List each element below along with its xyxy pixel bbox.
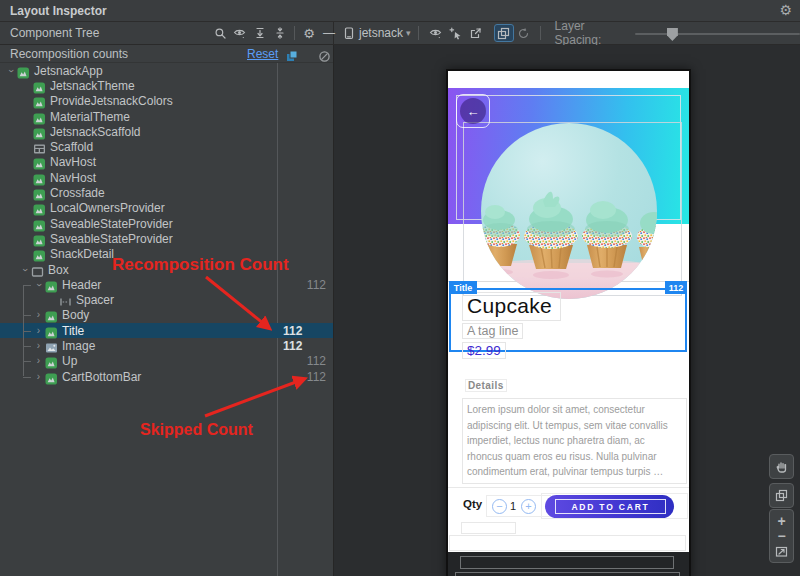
tree-item-cartbottombar[interactable]: ›CartBottomBar112 bbox=[0, 369, 334, 384]
zoom-controls: + − bbox=[769, 509, 794, 563]
recomposition-count: 112 bbox=[283, 324, 302, 338]
layer-spacing-label: Layer Spacing: bbox=[555, 19, 625, 47]
tree-item-spacer[interactable]: Spacer bbox=[0, 292, 334, 307]
device-canvas[interactable]: ← Title 112 Cupcake A tag line $2.99 Det… bbox=[335, 45, 800, 576]
zoom-in-icon[interactable]: + bbox=[770, 513, 793, 528]
toolbar-separator bbox=[540, 26, 541, 40]
tree-item-label: CartBottomBar bbox=[62, 370, 141, 384]
tree-guide-tick bbox=[23, 315, 31, 316]
tree-item-jetsnackapp[interactable]: ›JetsnackApp bbox=[0, 63, 334, 78]
tree-guide-tick bbox=[23, 346, 31, 347]
compose-icon bbox=[33, 218, 46, 230]
back-arrow-icon[interactable]: ← bbox=[460, 98, 486, 124]
chevron-down-icon[interactable]: › bbox=[34, 278, 44, 291]
refresh-icon[interactable] bbox=[514, 24, 534, 42]
settings-icon[interactable]: ⚙ bbox=[299, 24, 319, 42]
tree-item-localownersprovider[interactable]: LocalOwnersProvider bbox=[0, 201, 334, 216]
compose-icon bbox=[33, 172, 46, 184]
tree-item-providejetsnackcolors[interactable]: ProvideJetsnackColors bbox=[0, 94, 334, 109]
snack-title[interactable]: Cupcake bbox=[462, 292, 561, 321]
3d-layers-icon[interactable] bbox=[769, 483, 794, 508]
chevron-right-icon[interactable]: › bbox=[32, 326, 45, 336]
tree-item-saveablestateprovider[interactable]: SaveableStateProvider bbox=[0, 231, 334, 246]
search-icon[interactable] bbox=[210, 24, 230, 42]
tree-item-label: LocalOwnersProvider bbox=[50, 201, 165, 215]
layer-spacing-slider[interactable] bbox=[635, 25, 800, 41]
tree-item-body[interactable]: ›Body bbox=[0, 308, 334, 323]
layout-bound bbox=[461, 522, 516, 534]
tree-item-up[interactable]: ›Up112 bbox=[0, 354, 334, 369]
compose-icon bbox=[45, 309, 58, 321]
component-tree-title: Component Tree bbox=[10, 26, 99, 40]
skipped-count: 112 bbox=[307, 354, 326, 368]
details-text[interactable]: Lorem ipsum dolor sit amet, consectetur … bbox=[462, 398, 687, 484]
chevron-down-icon[interactable]: › bbox=[20, 263, 30, 276]
chevron-right-icon[interactable]: › bbox=[32, 372, 45, 382]
tree-item-label: JetsnackApp bbox=[34, 64, 103, 78]
toolbar: Component Tree ⚙ — jetsnack ▾ bbox=[0, 22, 800, 45]
zoom-out-icon[interactable]: − bbox=[770, 528, 793, 543]
cupcake-image[interactable] bbox=[481, 123, 657, 299]
visibility-options-icon[interactable] bbox=[426, 24, 446, 42]
snack-tagline[interactable]: A tag line bbox=[462, 323, 523, 339]
visibility-options-icon[interactable] bbox=[230, 24, 250, 42]
qty-value: 1 bbox=[510, 500, 516, 512]
export-snapshot-icon[interactable] bbox=[466, 24, 486, 42]
title-bar: Layout Inspector ⚙ bbox=[0, 0, 800, 22]
tree-item-label: SnackDetail bbox=[50, 247, 114, 261]
pan-hand-icon[interactable] bbox=[769, 454, 794, 479]
layout-inspector-window: Layout Inspector ⚙ Component Tree ⚙ — je… bbox=[0, 0, 800, 576]
snack-price[interactable]: $2.99 bbox=[462, 342, 506, 359]
qty-minus-button[interactable]: − bbox=[492, 499, 507, 514]
tree-item-navhost[interactable]: NavHost bbox=[0, 155, 334, 170]
tree-item-image[interactable]: ›Image112 bbox=[0, 338, 334, 353]
expand-all-icon[interactable] bbox=[250, 24, 270, 42]
tree-item-header[interactable]: ›Header112 bbox=[0, 277, 334, 292]
tree-item-materialtheme[interactable]: MaterialTheme bbox=[0, 109, 334, 124]
device-screenshot[interactable]: ← Title 112 Cupcake A tag line $2.99 Det… bbox=[446, 69, 691, 576]
tree-item-jetsnackscaffold[interactable]: JetsnackScaffold bbox=[0, 124, 334, 139]
zoom-to-fit-icon[interactable] bbox=[770, 544, 793, 559]
component-tree: ›JetsnackAppJetsnackThemeProvideJetsnack… bbox=[0, 63, 334, 384]
qty-plus-button[interactable]: + bbox=[521, 499, 536, 514]
process-selector[interactable]: jetsnack ▾ bbox=[342, 24, 411, 42]
compose-icon bbox=[33, 233, 46, 245]
tree-item-label: JetsnackTheme bbox=[50, 79, 135, 93]
recomposition-counts-label: Recomposition counts bbox=[10, 47, 128, 61]
reset-counts-link[interactable]: Reset bbox=[247, 47, 278, 61]
system-bar-area bbox=[448, 552, 689, 576]
tree-item-label: ProvideJetsnackColors bbox=[50, 94, 173, 108]
tree-guide-tick bbox=[23, 377, 31, 378]
skipped-count: 112 bbox=[307, 370, 326, 384]
component-tree-panel: Recomposition counts Reset ›JetsnackAppJ… bbox=[0, 45, 334, 576]
tree-item-navhost[interactable]: NavHost bbox=[0, 170, 334, 185]
tree-item-crossfade[interactable]: Crossfade bbox=[0, 185, 334, 200]
gear-icon[interactable]: ⚙ bbox=[779, 2, 792, 18]
tree-item-saveablestateprovider[interactable]: SaveableStateProvider bbox=[0, 216, 334, 231]
3d-mode-icon[interactable] bbox=[494, 24, 514, 42]
compose-icon bbox=[33, 80, 46, 92]
compose-icon bbox=[33, 248, 46, 260]
chevron-right-icon[interactable]: › bbox=[32, 356, 45, 366]
toolbar-separator bbox=[418, 26, 419, 40]
toolbar-separator bbox=[294, 26, 295, 40]
tree-item-label: JetsnackScaffold bbox=[50, 125, 141, 139]
compose-icon bbox=[33, 95, 46, 107]
chevron-right-icon[interactable]: › bbox=[32, 310, 45, 320]
pick-component-icon[interactable] bbox=[446, 24, 466, 42]
add-to-cart-button[interactable]: ADD TO CART bbox=[545, 495, 674, 518]
tree-item-label: NavHost bbox=[50, 171, 96, 185]
chevron-down-icon[interactable]: › bbox=[6, 64, 16, 77]
scaffold-icon bbox=[33, 141, 46, 153]
tree-item-jetsnacktheme[interactable]: JetsnackTheme bbox=[0, 78, 334, 93]
tree-item-scaffold[interactable]: Scaffold bbox=[0, 139, 334, 154]
tree-item-title[interactable]: ›Title112 bbox=[0, 323, 334, 338]
slider-handle[interactable] bbox=[667, 28, 678, 41]
collapse-all-icon[interactable] bbox=[270, 24, 290, 42]
tree-item-label: MaterialTheme bbox=[50, 110, 130, 124]
component-tree-toolbar: Component Tree ⚙ — bbox=[0, 22, 334, 44]
tree-guide-tick bbox=[23, 331, 31, 332]
details-label[interactable]: Details bbox=[465, 379, 507, 392]
chevron-right-icon[interactable]: › bbox=[32, 341, 45, 351]
tree-item-label: SaveableStateProvider bbox=[50, 217, 173, 231]
